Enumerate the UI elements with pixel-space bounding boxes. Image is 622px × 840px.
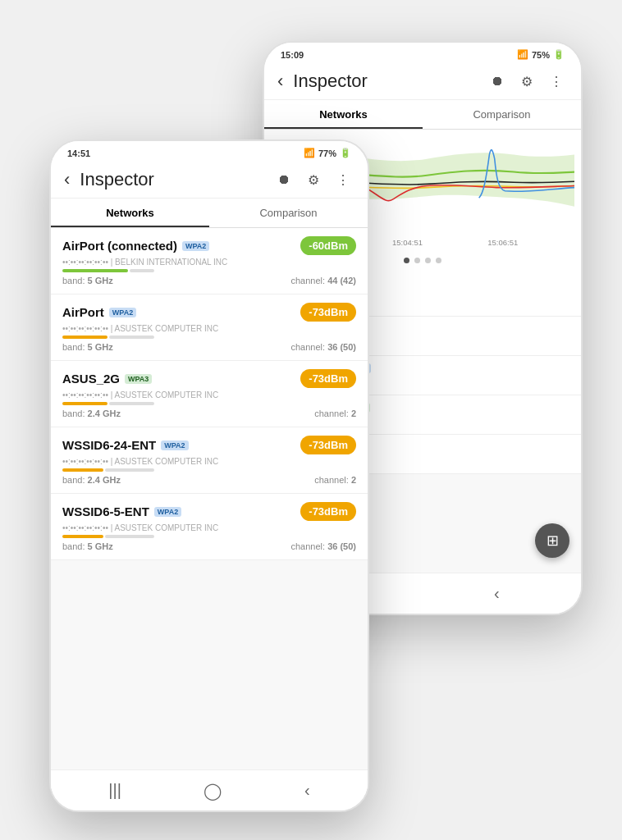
back-record-icon[interactable]: ⏺ bbox=[486, 70, 509, 93]
back-status-right: 📶 75% 🔋 bbox=[517, 49, 565, 60]
wpa-badge-1: WPA2 bbox=[109, 308, 136, 317]
network-header-3: WSSID6-24-ENT WPA2 -73dBm bbox=[62, 436, 356, 454]
network-header-2: ASUS_2G WPA3 -73dBm bbox=[62, 369, 356, 388]
phone-front: 14:51 📶 77% 🔋 ‹ Inspector ⏺ ⚙ ⋮ Networks… bbox=[49, 139, 369, 812]
wpa-badge-2: WPA3 bbox=[125, 374, 152, 384]
signal-bar-row-3 bbox=[62, 468, 356, 472]
chart-dot-3[interactable] bbox=[425, 258, 431, 263]
front-status-right: 📶 77% 🔋 bbox=[304, 148, 351, 158]
network-channel-3: channel: 2 bbox=[314, 475, 356, 485]
network-mac-1: ••:••:••:••:••:•• | ASUSTEK COMPUTER INC bbox=[62, 324, 356, 333]
network-channel-0: channel: 44 (42) bbox=[290, 276, 356, 285]
network-info-4: band: 5 GHz channel: 36 (50) bbox=[62, 541, 356, 551]
front-bottom-nav: ||| ◯ ‹ bbox=[51, 769, 368, 810]
front-network-list: AirPort (connected) WPA2 -60dBm ••:••:••… bbox=[51, 228, 368, 783]
signal-bar-row-0 bbox=[62, 269, 356, 272]
signal-bar-row-4 bbox=[62, 535, 356, 538]
network-item-1[interactable]: AirPort WPA2 -73dBm ••:••:••:••:••:•• | … bbox=[51, 294, 368, 361]
network-band-2: band: 2.4 GHz bbox=[62, 409, 121, 418]
back-tab-comparison[interactable]: Comparison bbox=[423, 100, 581, 129]
back-header: ‹ Inspector ⏺ ⚙ ⋮ bbox=[264, 63, 581, 100]
back-filter-icon[interactable]: ⚙ bbox=[515, 70, 538, 93]
back-fab-button[interactable]: ⊞ bbox=[535, 523, 569, 558]
svg-text:15:04:51: 15:04:51 bbox=[392, 238, 423, 247]
network-channel-1: channel: 36 (50) bbox=[290, 342, 356, 352]
back-title: Inspector bbox=[293, 71, 479, 92]
front-header: ‹ Inspector ⏺ ⚙ ⋮ bbox=[51, 162, 368, 199]
front-more-icon[interactable]: ⋮ bbox=[332, 168, 354, 191]
network-band-1: band: 5 GHz bbox=[62, 342, 113, 352]
front-back-button[interactable]: ‹ bbox=[64, 169, 70, 190]
network-channel-4: channel: 36 (50) bbox=[290, 541, 356, 551]
network-band-3: band: 2.4 GHz bbox=[62, 475, 121, 485]
front-tabs: Networks Comparison bbox=[51, 199, 368, 228]
signal-badge-4: -73dBm bbox=[300, 502, 356, 521]
wpa-badge-3: WPA2 bbox=[161, 441, 188, 450]
network-item-4[interactable]: WSSID6-5-ENT WPA2 -73dBm ••:••:••:••:••:… bbox=[51, 494, 368, 560]
network-name-3: WSSID6-24-ENT WPA2 bbox=[62, 438, 189, 452]
front-title: Inspector bbox=[80, 169, 266, 190]
back-battery: 75% bbox=[532, 50, 550, 60]
signal-badge-1: -73dBm bbox=[300, 303, 356, 322]
front-filter-icon[interactable]: ⚙ bbox=[302, 168, 325, 191]
chart-dot-4[interactable] bbox=[436, 258, 441, 263]
front-menu-icon[interactable]: ||| bbox=[108, 781, 121, 800]
signal-badge-0: -60dBm bbox=[300, 236, 356, 255]
signal-badge-3: -73dBm bbox=[300, 436, 356, 454]
network-item-0[interactable]: AirPort (connected) WPA2 -60dBm ••:••:••… bbox=[51, 228, 368, 294]
front-battery-icon: 🔋 bbox=[340, 148, 351, 158]
svg-text:15:06:51: 15:06:51 bbox=[487, 238, 518, 247]
wpa-badge-0: WPA2 bbox=[182, 241, 209, 251]
chart-dot-1[interactable] bbox=[404, 258, 409, 263]
network-band-4: band: 5 GHz bbox=[62, 541, 113, 551]
network-channel-2: channel: 2 bbox=[314, 409, 356, 418]
chart-dot-2[interactable] bbox=[414, 258, 420, 263]
front-back-nav-icon[interactable]: ‹ bbox=[304, 781, 310, 800]
network-name-0: AirPort (connected) WPA2 bbox=[62, 239, 209, 253]
network-name-1: AirPort WPA2 bbox=[62, 305, 136, 319]
back-status-time: 15:09 bbox=[281, 50, 304, 60]
network-band-0: band: 5 GHz bbox=[62, 276, 113, 285]
front-record-icon[interactable]: ⏺ bbox=[272, 168, 295, 191]
network-mac-2: ••:••:••:••:••:•• | ASUSTEK COMPUTER INC bbox=[62, 390, 356, 399]
back-battery-icon: 🔋 bbox=[553, 49, 565, 60]
front-wifi-icon: 📶 bbox=[304, 148, 315, 158]
back-tab-networks[interactable]: Networks bbox=[264, 100, 423, 129]
network-info-0: band: 5 GHz channel: 44 (42) bbox=[62, 276, 356, 285]
scene: 15:09 📶 75% 🔋 ‹ Inspector ⏺ ⚙ ⋮ Networks… bbox=[0, 0, 622, 840]
front-status-time: 14:51 bbox=[67, 148, 90, 158]
signal-badge-2: -73dBm bbox=[300, 369, 356, 388]
network-name-4: WSSID6-5-ENT WPA2 bbox=[62, 504, 181, 518]
front-battery: 77% bbox=[318, 148, 336, 158]
network-name-2: ASUS_2G WPA3 bbox=[62, 372, 152, 386]
network-info-2: band: 2.4 GHz channel: 2 bbox=[62, 409, 356, 418]
back-more-icon[interactable]: ⋮ bbox=[545, 70, 568, 93]
back-wifi-icon: 📶 bbox=[517, 49, 528, 60]
network-info-3: band: 2.4 GHz channel: 2 bbox=[62, 475, 356, 485]
front-status-bar: 14:51 📶 77% 🔋 bbox=[51, 141, 368, 162]
front-home-icon[interactable]: ◯ bbox=[204, 781, 222, 801]
network-mac-0: ••:••:••:••:••:•• | BELKIN INTERNATIONAL… bbox=[62, 258, 356, 267]
back-status-bar: 15:09 📶 75% 🔋 bbox=[264, 43, 581, 63]
network-header-1: AirPort WPA2 -73dBm bbox=[62, 303, 356, 322]
front-tab-comparison[interactable]: Comparison bbox=[209, 199, 368, 227]
network-info-1: band: 5 GHz channel: 36 (50) bbox=[62, 342, 356, 352]
front-tab-networks[interactable]: Networks bbox=[51, 199, 209, 227]
network-mac-3: ••:••:••:••:••:•• | ASUSTEK COMPUTER INC bbox=[62, 457, 356, 466]
wpa-badge-4: WPA2 bbox=[154, 507, 181, 517]
network-header-4: WSSID6-5-ENT WPA2 -73dBm bbox=[62, 502, 356, 521]
signal-bar-row-2 bbox=[62, 402, 356, 405]
signal-bar-row-1 bbox=[62, 336, 356, 339]
back-back-button[interactable]: ‹ bbox=[277, 71, 283, 92]
network-item-3[interactable]: WSSID6-24-ENT WPA2 -73dBm ••:••:••:••:••… bbox=[51, 427, 368, 494]
back-tabs: Networks Comparison bbox=[264, 100, 581, 130]
network-item-2[interactable]: ASUS_2G WPA3 -73dBm ••:••:••:••:••:•• | … bbox=[51, 361, 368, 427]
back-back-nav-icon[interactable]: ‹ bbox=[494, 584, 500, 603]
network-header-0: AirPort (connected) WPA2 -60dBm bbox=[62, 236, 356, 255]
network-mac-4: ••:••:••:••:••:•• | ASUSTEK COMPUTER INC bbox=[62, 523, 356, 532]
